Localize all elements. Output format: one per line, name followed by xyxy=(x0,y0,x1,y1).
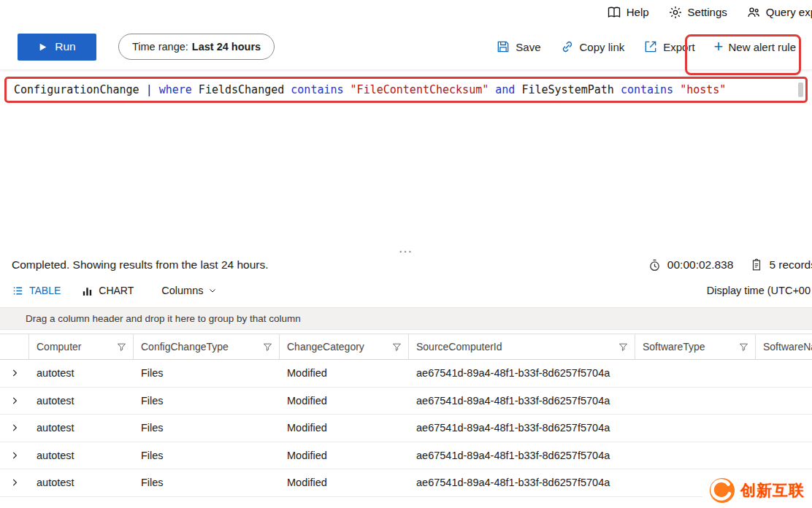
column-header-configchangetype[interactable]: ConfigChangeType xyxy=(134,334,280,359)
help-button[interactable]: Help xyxy=(607,5,649,20)
row-expand-chevron-icon[interactable] xyxy=(9,423,20,433)
table-list-icon xyxy=(12,285,24,297)
cell-configchangetype: Files xyxy=(134,442,280,469)
cell-sourcecomputerid: ae67541d-89a4-48f1-b33f-8d6257f5704a xyxy=(409,442,635,469)
tab-table[interactable]: TABLE xyxy=(12,285,61,297)
tab-chart[interactable]: CHART xyxy=(81,285,134,297)
stopwatch-icon xyxy=(648,258,662,272)
query-token: contains xyxy=(291,83,343,96)
cell-softwarename xyxy=(756,388,812,415)
filter-funnel-icon[interactable] xyxy=(116,342,127,353)
help-label: Help xyxy=(627,6,649,18)
save-label: Save xyxy=(516,41,540,53)
row-expand-chevron-icon[interactable] xyxy=(9,477,20,488)
watermark-logo-icon xyxy=(708,477,736,504)
cell-sourcecomputerid: ae67541d-89a4-48f1-b33f-8d6257f5704a xyxy=(409,388,635,415)
filter-funnel-icon[interactable] xyxy=(262,342,273,353)
filter-funnel-icon[interactable] xyxy=(738,342,749,353)
cell-softwaretype xyxy=(635,415,756,442)
copy-link-label: Copy link xyxy=(580,41,625,53)
topbar: Help Settings Query explorer xyxy=(0,0,812,24)
chevron-down-icon xyxy=(208,286,217,295)
cell-softwaretype xyxy=(635,388,756,415)
query-token: ConfigurationChange xyxy=(14,83,146,96)
table-row[interactable]: autotest Files Modified ae67541d-89a4-48… xyxy=(0,415,812,442)
column-header-computer[interactable]: Computer xyxy=(29,334,134,359)
run-button[interactable]: Run xyxy=(18,34,96,61)
bar-chart-icon xyxy=(81,285,93,297)
cell-sourcecomputerid: ae67541d-89a4-48f1-b33f-8d6257f5704a xyxy=(409,415,635,442)
records-clipboard-icon xyxy=(750,258,763,272)
time-range-picker[interactable]: Time range: Last 24 hours xyxy=(118,34,275,60)
display-time-selector[interactable]: Display time (UTC+00 xyxy=(707,285,811,296)
cell-configchangetype: Files xyxy=(134,360,280,387)
new-alert-rule-button[interactable]: + New alert rule xyxy=(714,40,796,53)
columns-dropdown[interactable]: Columns xyxy=(161,285,216,296)
splitter-handle[interactable]: … xyxy=(0,243,812,252)
query-token: and xyxy=(489,83,515,96)
results-grid: Computer ConfigChangeType ChangeCategory… xyxy=(0,334,812,497)
query-token: | xyxy=(146,83,159,96)
group-by-drop-zone[interactable]: Drag a column header and drop it here to… xyxy=(0,307,812,330)
column-header-label: SourceComputerId xyxy=(416,341,502,353)
query-token: contains xyxy=(621,83,673,96)
cell-softwarename xyxy=(756,442,812,469)
cell-softwarename xyxy=(756,415,812,442)
table-row[interactable]: autotest Files Modified ae67541d-89a4-48… xyxy=(0,388,812,415)
record-count: 5 records xyxy=(750,258,812,272)
table-row[interactable]: autotest Files Modified ae67541d-89a4-48… xyxy=(0,442,812,470)
settings-label: Settings xyxy=(688,6,727,18)
row-expand-chevron-icon[interactable] xyxy=(9,450,20,461)
editor-scrollbar-thumb[interactable] xyxy=(798,82,803,97)
query-explorer-label: Query explorer xyxy=(766,6,812,18)
query-token: FieldsChanged xyxy=(192,83,291,96)
query-editor[interactable]: ConfigurationChange | where FieldsChange… xyxy=(4,77,808,103)
query-explorer-button[interactable]: Query explorer xyxy=(746,5,812,20)
query-token: "FileContentChecksum" xyxy=(344,83,489,96)
query-toolbar: Run Time range: Last 24 hours Save Copy … xyxy=(0,24,812,69)
play-icon xyxy=(38,42,47,52)
column-header-softwarename[interactable]: SoftwareName xyxy=(756,334,812,359)
cell-computer: autotest xyxy=(29,388,134,415)
save-icon xyxy=(496,39,510,54)
save-button[interactable]: Save xyxy=(496,39,540,54)
cell-softwaretype xyxy=(635,442,756,469)
query-token: where xyxy=(159,83,192,96)
column-header-softwaretype[interactable]: SoftwareType xyxy=(635,334,756,359)
cell-softwaretype xyxy=(635,360,756,387)
watermark-text: 创新互联 xyxy=(740,480,805,501)
copy-link-button[interactable]: Copy link xyxy=(560,39,625,54)
column-header-sourcecomputerid[interactable]: SourceComputerId xyxy=(409,334,635,359)
filter-funnel-icon[interactable] xyxy=(618,342,629,353)
tab-table-label: TABLE xyxy=(29,285,61,296)
columns-label: Columns xyxy=(161,285,203,296)
column-header-label: SoftwareType xyxy=(643,341,705,353)
export-button[interactable]: Export xyxy=(643,39,694,54)
table-row[interactable]: autotest Files Modified ae67541d-89a4-48… xyxy=(0,360,812,388)
time-range-value: Last 24 hours xyxy=(192,41,261,53)
cell-softwarename xyxy=(756,360,812,387)
cell-computer: autotest xyxy=(29,415,134,442)
column-header-label: Computer xyxy=(37,341,81,353)
column-header-changecategory[interactable]: ChangeCategory xyxy=(280,334,409,359)
table-row[interactable]: autotest Files Modified ae67541d-89a4-48… xyxy=(0,469,812,497)
filter-funnel-icon[interactable] xyxy=(391,342,402,353)
grid-header-row: Computer ConfigChangeType ChangeCategory… xyxy=(0,334,812,360)
cell-configchangetype: Files xyxy=(134,415,280,442)
export-label: Export xyxy=(663,41,694,53)
time-range-label: Time range: xyxy=(132,41,188,53)
settings-button[interactable]: Settings xyxy=(668,5,727,20)
query-status-bar: Completed. Showing results from the last… xyxy=(0,253,812,277)
record-count-value: 5 records xyxy=(769,258,812,272)
run-label: Run xyxy=(55,40,75,53)
row-expand-chevron-icon[interactable] xyxy=(9,396,20,406)
status-message: Completed. Showing results from the last… xyxy=(12,258,648,272)
cell-sourcecomputerid: ae67541d-89a4-48f1-b33f-8d6257f5704a xyxy=(409,360,635,387)
column-header-label: ChangeCategory xyxy=(287,341,364,353)
cell-changecategory: Modified xyxy=(280,469,409,496)
log-analytics-query-page: Help Settings Query explorer Run Time ra… xyxy=(0,0,812,508)
row-expand-chevron-icon[interactable] xyxy=(9,368,20,378)
gear-icon xyxy=(668,5,683,20)
cell-changecategory: Modified xyxy=(280,415,409,442)
export-icon xyxy=(643,39,658,54)
